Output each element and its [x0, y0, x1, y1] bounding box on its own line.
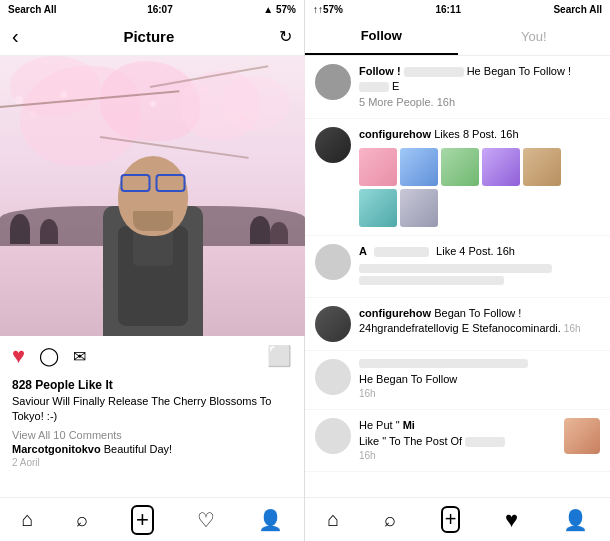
placeholder-name2	[359, 82, 389, 92]
activity-item: Follow ! He Began To Follow ! E 5 More P…	[305, 56, 610, 119]
activity-text: He Put " Mi	[359, 418, 505, 433]
activity-item: He Began To Follow 16h	[305, 351, 610, 410]
photo-thumb	[400, 189, 438, 227]
right-status-signal: ↑↑57%	[313, 4, 343, 15]
activity-item: A Like 4 Post. 16h	[305, 236, 610, 298]
username: configurehow	[359, 307, 431, 319]
right-bottom-nav: ⌂ ⌕ + ♥ 👤	[305, 497, 610, 541]
status-bar-right: ↑↑57% 16:11 Search All	[305, 0, 610, 18]
placeholder-line	[359, 359, 528, 368]
avatar	[315, 64, 351, 100]
post-info: 828 People Like It Saviour Will Finally …	[0, 376, 304, 472]
activity-text2: Like " To The Post Of	[359, 434, 505, 449]
post-image	[0, 56, 305, 336]
placeholder-line	[359, 276, 504, 285]
glasses	[120, 174, 185, 188]
likes-count: 828 People Like It	[12, 378, 292, 392]
tab-follow[interactable]: Follow	[305, 18, 458, 55]
activity-content: He Put " Mi Like " To The Post Of 16h	[359, 418, 600, 463]
activity-content: He Began To Follow 16h	[359, 359, 600, 401]
photo-thumb	[359, 189, 397, 227]
person-head	[118, 156, 188, 236]
photo-thumb	[400, 148, 438, 186]
activity-time: 16h	[359, 387, 600, 401]
activity-item: configurehow Likes 8 Post. 16h	[305, 119, 610, 235]
nav-heart-right[interactable]: ♥	[505, 507, 518, 533]
comment-item: Marcotgonitokvo Beautiful Day!	[12, 443, 292, 455]
activity-bold: Follow !	[359, 65, 404, 77]
commenter-name: Marcotgonitokvo	[12, 443, 101, 455]
photo-thumb	[523, 148, 561, 186]
activity-item: configurehow Began To Follow ! 24hgrande…	[305, 298, 610, 351]
activity-thumbnail	[564, 418, 600, 454]
activity-content: configurehow Likes 8 Post. 16h	[359, 127, 600, 226]
activity-content: A Like 4 Post. 16h	[359, 244, 600, 289]
avatar	[315, 359, 351, 395]
nav-profile-left[interactable]: 👤	[258, 508, 283, 532]
activity-text: A Like 4 Post. 16h	[359, 244, 600, 259]
post-caption: Saviour Will Finally Release The Cherry …	[12, 394, 292, 425]
left-status-time: 16:07	[147, 4, 173, 15]
activity-time: 16h	[359, 449, 505, 463]
nav-like-left[interactable]: ♡	[197, 508, 215, 532]
nav-search-left[interactable]: ⌕	[76, 508, 88, 531]
tab-you[interactable]: You!	[458, 18, 611, 55]
left-bottom-nav: ⌂ ⌕ + ♡ 👤	[0, 497, 304, 541]
right-tabs: Follow You!	[305, 18, 610, 56]
left-status-signal: ▲ 57%	[263, 4, 296, 15]
activity-text: He Began To Follow	[359, 372, 600, 387]
actions-left: ♥ ◯ ✉	[12, 343, 86, 369]
nav-add-right[interactable]: +	[441, 506, 461, 533]
left-status-left: Search All	[8, 4, 57, 15]
placeholder-name	[465, 437, 505, 447]
avatar	[315, 127, 351, 163]
nav-add-left[interactable]: +	[131, 505, 154, 535]
share-button[interactable]: ✉	[73, 347, 86, 366]
avatar	[315, 418, 351, 454]
username: A	[359, 245, 367, 257]
photo-thumbnails	[359, 148, 600, 227]
activity-continuation: He Began To Follow !	[467, 65, 571, 77]
post-actions: ♥ ◯ ✉ ⬜	[0, 336, 304, 376]
left-panel: Search All 16:07 ▲ 57% ‹ Picture ↻	[0, 0, 305, 541]
avatar	[315, 306, 351, 342]
nav-home-right[interactable]: ⌂	[327, 508, 339, 531]
activity-feed: Follow ! He Began To Follow ! E 5 More P…	[305, 56, 610, 497]
right-status-time: 16:11	[435, 4, 461, 15]
comment-button[interactable]: ◯	[39, 345, 59, 367]
photo-thumb	[359, 148, 397, 186]
right-status-right: Search All	[553, 4, 602, 15]
status-bar-left: Search All 16:07 ▲ 57%	[0, 0, 304, 18]
page-title: Picture	[123, 28, 174, 45]
activity-text: configurehow Began To Follow ! 24hgrande…	[359, 306, 600, 337]
placeholder-name	[374, 247, 429, 257]
placeholder-line	[359, 264, 552, 273]
post-timestamp: 2 Aoril	[12, 457, 292, 468]
photo-thumb	[482, 148, 520, 186]
activity-content: Follow ! He Began To Follow ! E 5 More P…	[359, 64, 600, 110]
username: configurehow	[359, 128, 431, 140]
bookmark-button[interactable]: ⬜	[267, 344, 292, 368]
left-header: ‹ Picture ↻	[0, 18, 304, 56]
nav-profile-right[interactable]: 👤	[563, 508, 588, 532]
nav-home-left[interactable]: ⌂	[21, 508, 33, 531]
activity-end: E	[392, 80, 399, 92]
activity-content: configurehow Began To Follow ! 24hgrande…	[359, 306, 600, 337]
activity-text: Follow ! He Began To Follow ! E	[359, 64, 600, 95]
nav-search-right[interactable]: ⌕	[384, 508, 396, 531]
back-button[interactable]: ‹	[12, 25, 19, 48]
right-panel: ↑↑57% 16:11 Search All Follow You! Follo…	[305, 0, 610, 541]
activity-item: He Put " Mi Like " To The Post Of 16h	[305, 410, 610, 472]
like-button[interactable]: ♥	[12, 343, 25, 369]
photo-thumb	[441, 148, 479, 186]
avatar	[315, 244, 351, 280]
placeholder-name	[404, 67, 464, 77]
comment-text: Beautiful Day!	[104, 443, 172, 455]
view-comments[interactable]: View All 10 Comments	[12, 429, 292, 441]
activity-text: configurehow Likes 8 Post. 16h	[359, 127, 600, 142]
activity-subtext: 5 More People. 16h	[359, 95, 600, 110]
refresh-button[interactable]: ↻	[279, 27, 292, 46]
